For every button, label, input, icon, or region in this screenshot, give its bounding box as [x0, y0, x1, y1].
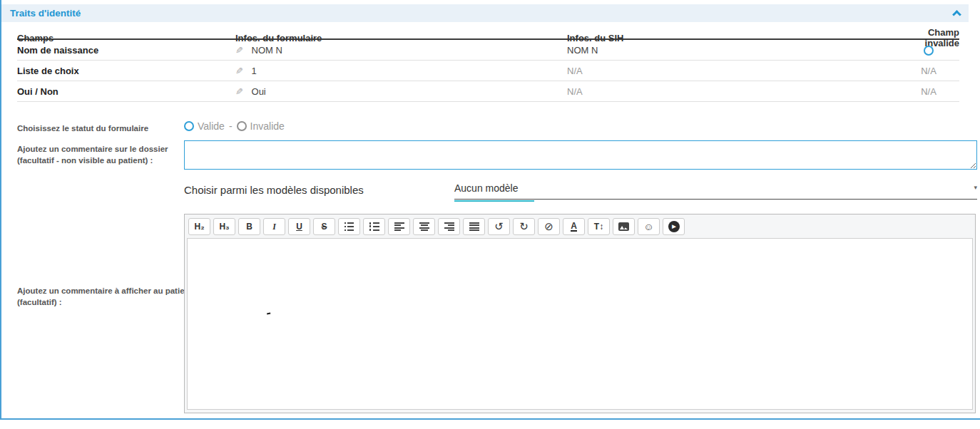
panel-header: Traits d'identité — [1, 4, 969, 22]
table-header-row: Champs Infos. du formulaire Infos. du SI… — [17, 27, 959, 40]
edit-pencil-icon[interactable]: ✎ — [235, 45, 243, 56]
panel-title: Traits d'identité — [10, 8, 81, 19]
identity-table: Champs Infos. du formulaire Infos. du SI… — [17, 27, 959, 102]
collapse-chevron-up-icon[interactable] — [952, 10, 961, 19]
champ-invalide-radio[interactable] — [924, 46, 934, 56]
justify-button[interactable] — [463, 218, 485, 235]
field-label: Liste de choix — [17, 66, 235, 76]
form-value: NOM N — [252, 45, 282, 56]
field-label: Nom de naissance — [17, 45, 235, 56]
field-label: Oui / Non — [17, 86, 235, 97]
patient-comment-label: Ajoutez un commentaire à afficher au pat… — [17, 285, 192, 308]
rich-text-editor: H₂H₃BIUS↺↻⊘AT↕☺▶ — [184, 214, 976, 413]
edit-pencil-icon[interactable]: ✎ — [235, 66, 243, 76]
bold-icon: B — [246, 222, 252, 232]
strikethrough-button[interactable]: S — [313, 218, 335, 235]
redo-icon: ↻ — [519, 220, 529, 233]
identity-traits-panel: Traits d'identité Champs Infos. du formu… — [0, 0, 980, 429]
clear-format-button[interactable]: ⊘ — [538, 218, 560, 235]
status-radio-group: Valide - Invalide — [184, 120, 285, 132]
panel-left-border — [0, 0, 1, 420]
status-label: Choisissez le statut du formulaire — [17, 123, 148, 134]
media-button[interactable]: ▶ — [663, 218, 685, 235]
undo-icon: ↺ — [494, 220, 504, 233]
heading-3-icon: H₃ — [219, 222, 229, 232]
table-row: Oui / Non ✎ Oui N/A N/A — [17, 81, 959, 102]
font-size-icon: T↕ — [594, 222, 603, 232]
align-right-button[interactable] — [438, 218, 460, 235]
sih-value: NOM N — [567, 45, 898, 56]
italic-icon: I — [272, 222, 276, 232]
underline-icon: U — [296, 222, 302, 232]
redo-button[interactable]: ↻ — [513, 218, 535, 235]
table-row: Liste de choix ✎ 1 N/A N/A — [17, 61, 959, 81]
undo-button[interactable]: ↺ — [488, 218, 510, 235]
text-caret-mark — [267, 311, 271, 315]
heading-2-icon: H₂ — [195, 222, 205, 232]
form-value: Oui — [252, 86, 266, 97]
form-value: 1 — [252, 66, 257, 76]
sih-value: N/A — [567, 86, 898, 97]
invalide-radio-icon — [237, 121, 247, 131]
ordered-list-button[interactable] — [363, 218, 385, 235]
invalide-label: Invalide — [250, 120, 285, 132]
align-left-button[interactable] — [388, 218, 410, 235]
valide-label: Valide — [198, 120, 225, 132]
template-select[interactable]: Aucun modèle ▾ — [454, 180, 977, 200]
underline-button[interactable]: U — [288, 218, 310, 235]
dossier-comment-textarea[interactable] — [184, 140, 977, 170]
dossier-comment-label: Ajoutez un commentaire sur le dossier (f… — [17, 143, 168, 166]
align-right-icon — [444, 222, 454, 231]
col-header-infos-formulaire: Infos. du formulaire — [235, 33, 567, 43]
template-select-label: Choisir parmi les modèles disponibles — [184, 184, 364, 196]
align-center-button[interactable] — [413, 218, 435, 235]
justify-icon — [469, 222, 479, 231]
editor-toolbar: H₂H₃BIUS↺↻⊘AT↕☺▶ — [185, 214, 975, 238]
bold-button[interactable]: B — [238, 218, 260, 235]
ordered-list-icon — [369, 222, 379, 231]
patient-comment-editor[interactable] — [187, 238, 973, 410]
text-color-icon: A — [571, 222, 577, 232]
heading-2-button[interactable]: H₂ — [188, 218, 210, 235]
unordered-list-button[interactable] — [338, 218, 360, 235]
clear-format-icon: ⊘ — [544, 220, 553, 233]
heading-3-button[interactable]: H₃ — [213, 218, 235, 235]
panel-bottom-border — [0, 418, 980, 420]
dropdown-arrow-icon: ▾ — [974, 180, 977, 191]
radio-option-valide[interactable]: Valide — [184, 120, 225, 132]
font-size-button[interactable]: T↕ — [588, 218, 610, 235]
strikethrough-icon: S — [321, 222, 327, 232]
align-center-icon — [419, 222, 429, 231]
media-icon: ▶ — [668, 221, 680, 232]
invalide-value: N/A — [898, 86, 959, 97]
invalide-value: N/A — [898, 66, 959, 76]
italic-button[interactable]: I — [263, 218, 285, 235]
text-color-button[interactable]: A — [563, 218, 585, 235]
select-focus-underline — [454, 200, 534, 202]
image-button[interactable] — [613, 218, 635, 235]
radio-option-invalide[interactable]: Invalide — [237, 120, 285, 132]
col-header-champs: Champs — [17, 33, 235, 43]
emoji-icon: ☺ — [643, 221, 653, 232]
emoji-button[interactable]: ☺ — [638, 218, 660, 235]
template-selected-value: Aucun modèle — [454, 180, 519, 194]
unordered-list-icon — [344, 222, 354, 231]
valide-radio-icon — [184, 121, 194, 131]
radio-separator: - — [229, 120, 233, 132]
align-left-icon — [394, 222, 404, 231]
edit-pencil-icon[interactable]: ✎ — [235, 86, 243, 97]
image-icon — [618, 222, 629, 231]
sih-value: N/A — [567, 66, 898, 76]
col-header-infos-sih: Infos. du SIH — [567, 33, 898, 43]
